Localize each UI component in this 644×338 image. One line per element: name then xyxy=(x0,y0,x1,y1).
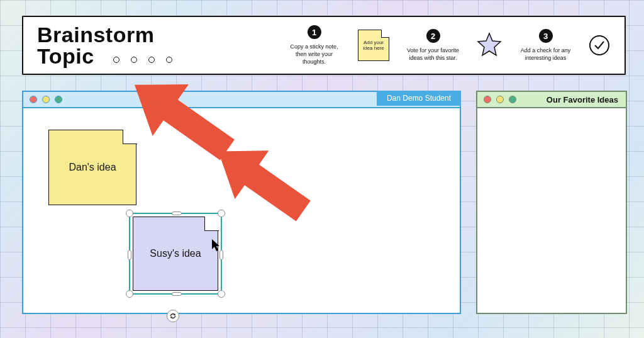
window-controls[interactable] xyxy=(30,96,62,103)
dot-icon xyxy=(166,57,172,63)
resize-handle-icon[interactable] xyxy=(126,290,133,298)
resize-handle-icon[interactable] xyxy=(172,292,182,296)
window-titlebar[interactable]: Our Favorite Ideas xyxy=(477,92,626,108)
step-2: 2 Vote for your favorite ideas with this… xyxy=(403,29,463,62)
sticky-note-example-icon: Add your idea here xyxy=(358,30,389,61)
cursor-icon xyxy=(212,239,221,252)
maximize-icon[interactable] xyxy=(509,96,516,103)
title-line1: Brainstorm xyxy=(37,24,172,45)
sticky-text: Dan's idea xyxy=(69,162,116,173)
minimize-icon[interactable] xyxy=(496,96,504,103)
resize-handle-icon[interactable] xyxy=(218,290,225,298)
step-number-icon: 1 xyxy=(308,25,321,39)
close-icon[interactable] xyxy=(30,96,37,103)
close-icon[interactable] xyxy=(484,96,491,103)
check-icon xyxy=(589,35,609,55)
dot-icon xyxy=(113,57,119,63)
step-number-icon: 3 xyxy=(539,29,553,43)
step-text: Copy a sticky note, then write your thou… xyxy=(284,43,344,65)
dot-icon xyxy=(131,57,137,63)
title-line2: Topic xyxy=(37,45,94,67)
maximize-icon[interactable] xyxy=(55,96,62,103)
sticky-example-text: Add your idea here xyxy=(358,40,389,51)
resize-handle-icon[interactable] xyxy=(172,211,182,215)
step-3: 3 Add a check for any interesting ideas xyxy=(516,29,575,62)
window-owner-label: Dan Demo Student xyxy=(377,91,461,106)
resize-handle-icon[interactable] xyxy=(128,250,131,260)
minimize-icon[interactable] xyxy=(42,96,50,103)
sync-button[interactable] xyxy=(167,310,179,322)
dot-icon xyxy=(148,57,155,63)
step-text: Vote for your favorite ideas with this s… xyxy=(403,47,463,62)
star-icon xyxy=(477,31,502,59)
step-number-icon: 2 xyxy=(426,29,440,43)
page-title: Brainstorm Topic xyxy=(37,24,172,67)
instruction-bar: Brainstorm Topic 1 Copy a sticky note, t… xyxy=(22,16,626,75)
arrow-annotation-icon xyxy=(204,132,330,239)
steps-row: 1 Copy a sticky note, then write your th… xyxy=(284,25,609,65)
progress-dots xyxy=(113,57,172,63)
favorites-window[interactable]: Our Favorite Ideas xyxy=(476,91,627,314)
sticky-text: Susy's idea xyxy=(150,248,201,259)
step-text: Add a check for any interesting ideas xyxy=(516,47,575,62)
favorites-title: Our Favorite Ideas xyxy=(547,95,618,104)
window-controls[interactable] xyxy=(484,96,516,103)
step-1: 1 Copy a sticky note, then write your th… xyxy=(284,25,344,65)
